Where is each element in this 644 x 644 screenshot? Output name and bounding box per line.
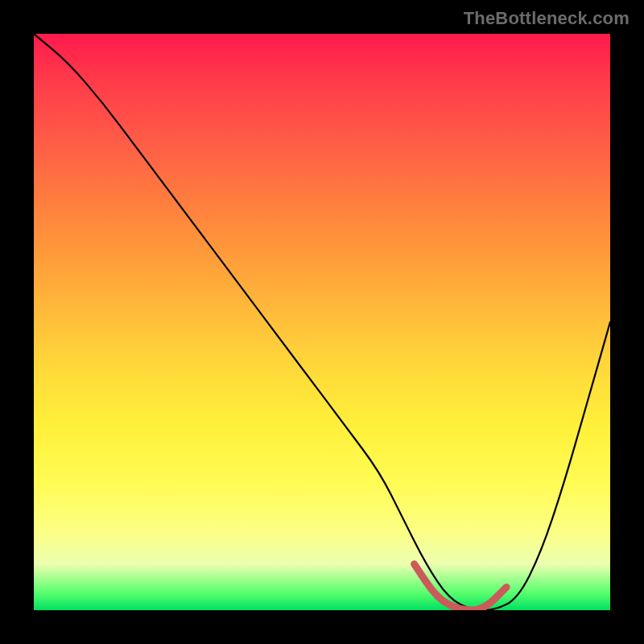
curve-layer (34, 34, 610, 610)
plot-area (34, 34, 610, 610)
chart-svg (34, 34, 610, 610)
bottleneck-curve (34, 34, 610, 610)
valley-highlight (415, 564, 507, 610)
attribution-label: TheBottleneck.com (464, 8, 630, 29)
chart-container: TheBottleneck.com (0, 0, 644, 644)
